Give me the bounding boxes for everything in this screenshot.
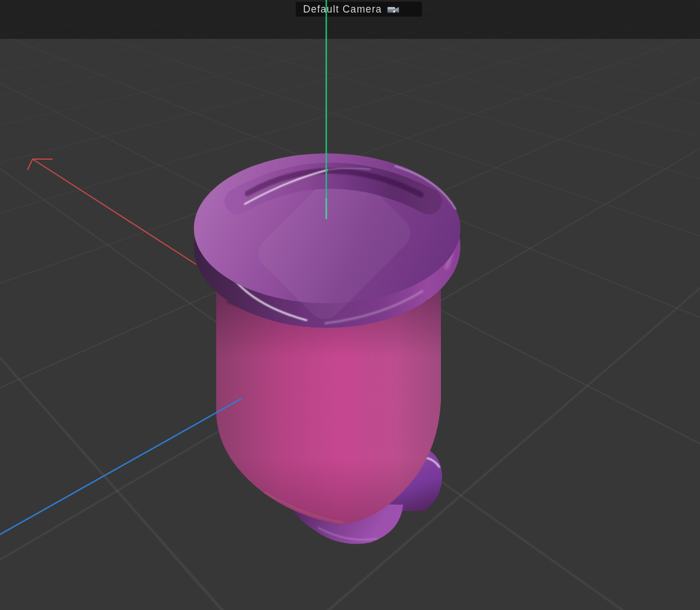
camera-gizmo-icon xyxy=(387,5,400,14)
camera-label-text: Default Camera xyxy=(303,2,382,17)
camera-label[interactable]: Default Camera xyxy=(296,2,422,17)
model-capsule-container[interactable] xyxy=(0,0,700,610)
scene-viewport[interactable]: Default Camera xyxy=(0,0,700,610)
